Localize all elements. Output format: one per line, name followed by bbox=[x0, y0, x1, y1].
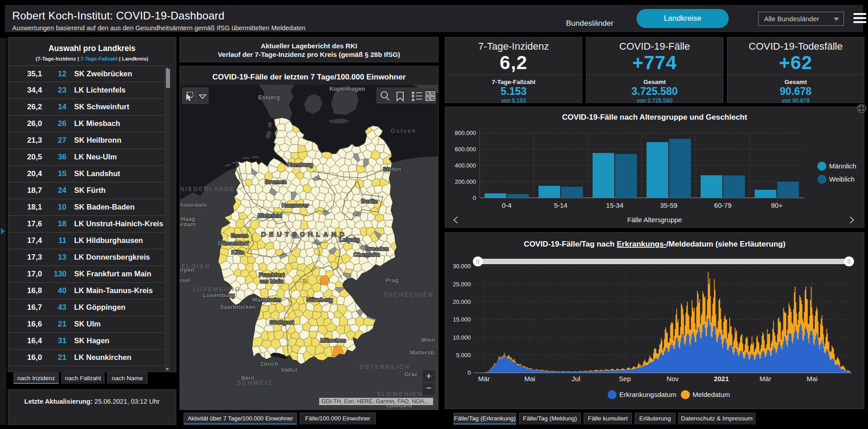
svg-text:Kopenhagen: Kopenhagen bbox=[330, 85, 365, 92]
svg-text:NIEDERLANDE: NIEDERLANDE bbox=[180, 186, 235, 192]
svg-text:Nürnberg: Nürnberg bbox=[307, 296, 333, 303]
svg-text:DEUTSCHLAND: DEUTSCHLAND bbox=[261, 230, 347, 238]
svg-text:Ostsee: Ostsee bbox=[391, 128, 417, 134]
svg-text:SCHWEIZ: SCHWEIZ bbox=[237, 380, 273, 386]
svg-text:25.000: 25.000 bbox=[453, 281, 471, 288]
svg-text:Mai: Mai bbox=[807, 375, 817, 382]
svg-text:München: München bbox=[320, 337, 346, 344]
svg-text:Jul: Jul bbox=[571, 375, 580, 382]
svg-text:Männlich: Männlich bbox=[829, 162, 856, 170]
svg-text:Zürich: Zürich bbox=[260, 360, 278, 367]
svg-text:600.000: 600.000 bbox=[455, 146, 476, 153]
svg-text:15-34: 15-34 bbox=[606, 201, 623, 209]
svg-text:80+: 80+ bbox=[771, 201, 783, 209]
svg-text:Frankfurt: Frankfurt bbox=[259, 271, 285, 278]
svg-text:Köln: Köln bbox=[231, 249, 245, 256]
svg-text:Vaduz: Vaduz bbox=[281, 366, 298, 373]
svg-text:Amsterdam: Amsterdam bbox=[180, 201, 207, 208]
svg-text:Saarbrücken: Saarbrücken bbox=[220, 303, 256, 310]
svg-text:Stuttgart: Stuttgart bbox=[269, 319, 294, 326]
svg-text:Wien: Wien bbox=[421, 336, 435, 343]
svg-text:Mai: Mai bbox=[524, 375, 535, 382]
svg-text:COVID-19-Fälle/Tag nach Erkran: COVID-19-Fälle/Tag nach Erkrankungs-/Mel… bbox=[524, 240, 786, 248]
svg-text:ÖSTERREICH: ÖSTERREICH bbox=[359, 364, 410, 370]
svg-text:TSCHECHIEN: TSCHECHIEN bbox=[383, 292, 434, 298]
svg-text:rüssel: rüssel bbox=[180, 277, 190, 284]
svg-text:Sep: Sep bbox=[619, 375, 631, 382]
svg-text:35-59: 35-59 bbox=[660, 201, 677, 209]
svg-text:Bielefeld: Bielefeld bbox=[258, 212, 282, 219]
svg-text:Chemnitz: Chemnitz bbox=[354, 251, 380, 258]
svg-text:Weiblich: Weiblich bbox=[829, 175, 854, 183]
svg-text:2021: 2021 bbox=[714, 375, 729, 382]
svg-text:60-79: 60-79 bbox=[714, 201, 731, 209]
svg-text:SLOWENIEN: SLOWENIEN bbox=[377, 391, 423, 397]
svg-text:Erkrankungsdatum: Erkrankungsdatum bbox=[619, 391, 676, 398]
svg-text:Meldedatum: Meldedatum bbox=[693, 391, 730, 398]
svg-text:am Main: am Main bbox=[260, 278, 283, 284]
svg-text:200.000: 200.000 bbox=[455, 178, 476, 185]
svg-text:Stettin: Stettin bbox=[383, 166, 401, 173]
svg-text:5.000: 5.000 bbox=[456, 352, 471, 359]
svg-text:COVID-19-Fälle nach Altersgrup: COVID-19-Fälle nach Altersgruppe und Ges… bbox=[562, 113, 747, 121]
svg-text:Luxemburg: Luxemburg bbox=[203, 292, 235, 298]
svg-text:Mär: Mär bbox=[760, 375, 771, 382]
svg-text:Fälle Altersgruppe: Fälle Altersgruppe bbox=[627, 216, 682, 224]
svg-text:10.000: 10.000 bbox=[453, 334, 471, 341]
svg-text:Graz: Graz bbox=[405, 371, 418, 378]
svg-text:Esbjerg: Esbjerg bbox=[258, 94, 280, 101]
svg-text:30.000: 30.000 bbox=[453, 263, 471, 270]
svg-text:800.000: 800.000 bbox=[455, 130, 476, 136]
svg-text:Mannheim: Mannheim bbox=[252, 296, 281, 303]
svg-text:Nov: Nov bbox=[667, 375, 679, 382]
svg-text:0: 0 bbox=[473, 195, 476, 201]
svg-text:LUXEMBURG: LUXEMBURG bbox=[193, 286, 241, 293]
svg-text:Mär: Mär bbox=[478, 375, 490, 382]
svg-text:Essen: Essen bbox=[231, 232, 248, 239]
svg-text:Mattersb...: Mattersb... bbox=[410, 349, 438, 356]
svg-text:Berlin: Berlin bbox=[361, 198, 378, 205]
svg-text:Hannover: Hannover bbox=[282, 202, 309, 209]
svg-text:Bremen: Bremen bbox=[265, 178, 287, 185]
svg-text:20.000: 20.000 bbox=[453, 298, 471, 305]
svg-text:0: 0 bbox=[467, 369, 471, 376]
svg-text:otterdam: otterdam bbox=[180, 221, 196, 228]
svg-text:BELGIEN: BELGIEN bbox=[180, 263, 211, 270]
svg-text:0-4: 0-4 bbox=[502, 201, 512, 209]
svg-text:Prag: Prag bbox=[386, 277, 399, 284]
svg-text:Düsseldorf: Düsseldorf bbox=[218, 240, 249, 247]
svg-text:15.000: 15.000 bbox=[453, 316, 471, 323]
svg-text:400.000: 400.000 bbox=[455, 162, 476, 169]
svg-text:Hamburg: Hamburg bbox=[287, 161, 313, 168]
svg-text:5-14: 5-14 bbox=[554, 201, 567, 209]
